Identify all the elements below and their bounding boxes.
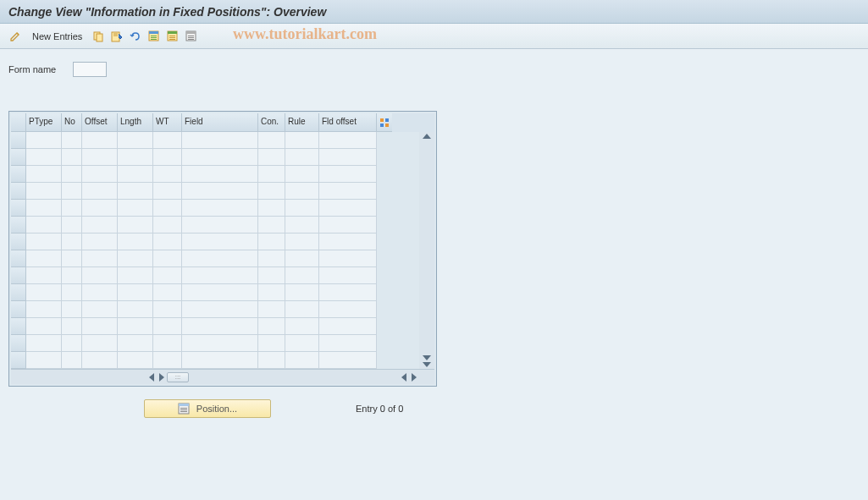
table-cell[interactable] — [319, 217, 377, 234]
table-cell[interactable] — [153, 166, 182, 183]
table-cell[interactable] — [258, 166, 285, 183]
table-cell[interactable] — [118, 267, 153, 284]
table-cell[interactable] — [118, 352, 153, 369]
new-entries-button[interactable]: New Entries — [32, 31, 82, 41]
table-cell[interactable] — [62, 200, 82, 217]
row-selector-header[interactable] — [11, 113, 26, 132]
deselect-all-icon[interactable] — [184, 29, 199, 44]
column-header-ptype[interactable]: PType — [26, 113, 62, 132]
table-cell[interactable] — [82, 166, 118, 183]
table-cell[interactable] — [319, 250, 377, 267]
table-cell[interactable] — [285, 200, 319, 217]
row-selector[interactable] — [11, 217, 26, 234]
column-header-wt[interactable]: WT — [153, 113, 182, 132]
table-cell[interactable] — [118, 284, 153, 301]
table-cell[interactable] — [182, 250, 258, 267]
row-selector[interactable] — [11, 200, 26, 217]
table-cell[interactable] — [118, 217, 153, 234]
scroll-down-icon[interactable] — [423, 355, 431, 360]
table-cell[interactable] — [285, 318, 319, 335]
table-row[interactable] — [11, 234, 419, 250]
undo-icon[interactable] — [128, 29, 143, 44]
scroll-left-icon[interactable] — [149, 373, 154, 382]
table-cell[interactable] — [153, 132, 182, 149]
table-cell[interactable] — [153, 183, 182, 200]
table-cell[interactable] — [153, 352, 182, 369]
column-header-field[interactable]: Field — [182, 113, 258, 132]
row-selector[interactable] — [11, 149, 26, 166]
table-cell[interactable] — [82, 352, 118, 369]
table-cell[interactable] — [118, 149, 153, 166]
row-selector[interactable] — [11, 267, 26, 284]
table-row[interactable] — [11, 149, 419, 166]
table-cell[interactable] — [62, 267, 82, 284]
table-cell[interactable] — [319, 234, 377, 250]
table-cell[interactable] — [26, 217, 62, 234]
table-cell[interactable] — [153, 250, 182, 267]
table-cell[interactable] — [258, 234, 285, 250]
table-cell[interactable] — [118, 200, 153, 217]
table-cell[interactable] — [319, 335, 377, 352]
row-selector[interactable] — [11, 250, 26, 267]
table-cell[interactable] — [118, 301, 153, 318]
table-cell[interactable] — [118, 132, 153, 149]
table-cell[interactable] — [62, 132, 82, 149]
table-cell[interactable] — [258, 217, 285, 234]
table-cell[interactable] — [182, 267, 258, 284]
table-cell[interactable] — [82, 250, 118, 267]
column-header-offset[interactable]: Offset — [82, 113, 118, 132]
table-row[interactable] — [11, 318, 419, 335]
table-cell[interactable] — [26, 166, 62, 183]
table-cell[interactable] — [153, 267, 182, 284]
table-cell[interactable] — [82, 301, 118, 318]
table-cell[interactable] — [285, 335, 319, 352]
table-cell[interactable] — [82, 335, 118, 352]
scroll-left-end-icon[interactable] — [401, 373, 406, 382]
table-cell[interactable] — [118, 234, 153, 250]
table-cell[interactable] — [118, 318, 153, 335]
table-cell[interactable] — [182, 217, 258, 234]
table-cell[interactable] — [182, 149, 258, 166]
table-cell[interactable] — [62, 318, 82, 335]
table-cell[interactable] — [26, 267, 62, 284]
table-cell[interactable] — [319, 318, 377, 335]
scroll-down-end-icon[interactable] — [423, 362, 431, 367]
table-cell[interactable] — [26, 301, 62, 318]
column-header-fldoffset[interactable]: Fld offset — [319, 113, 377, 132]
pencil-display-icon[interactable] — [8, 29, 24, 44]
row-selector[interactable] — [11, 352, 26, 369]
table-cell[interactable] — [82, 217, 118, 234]
table-cell[interactable] — [62, 301, 82, 318]
table-cell[interactable] — [82, 284, 118, 301]
column-header-lngth[interactable]: Lngth — [118, 113, 153, 132]
table-row[interactable] — [11, 335, 419, 352]
table-cell[interactable] — [82, 318, 118, 335]
table-cell[interactable] — [258, 250, 285, 267]
table-cell[interactable] — [258, 267, 285, 284]
table-cell[interactable] — [62, 250, 82, 267]
table-cell[interactable] — [26, 200, 62, 217]
table-cell[interactable] — [182, 132, 258, 149]
table-cell[interactable] — [319, 132, 377, 149]
table-cell[interactable] — [285, 234, 319, 250]
table-cell[interactable] — [319, 200, 377, 217]
table-cell[interactable] — [319, 301, 377, 318]
table-cell[interactable] — [285, 217, 319, 234]
table-cell[interactable] — [118, 335, 153, 352]
row-selector[interactable] — [11, 132, 26, 149]
table-cell[interactable] — [285, 284, 319, 301]
table-cell[interactable] — [258, 284, 285, 301]
table-cell[interactable] — [182, 234, 258, 250]
table-cell[interactable] — [82, 132, 118, 149]
table-row[interactable] — [11, 284, 419, 301]
table-cell[interactable] — [62, 352, 82, 369]
delete-icon[interactable] — [109, 29, 124, 44]
table-cell[interactable] — [285, 183, 319, 200]
table-cell[interactable] — [62, 217, 82, 234]
table-cell[interactable] — [285, 267, 319, 284]
form-name-input[interactable] — [73, 62, 107, 77]
table-cell[interactable] — [62, 234, 82, 250]
row-selector[interactable] — [11, 284, 26, 301]
table-cell[interactable] — [258, 149, 285, 166]
row-selector[interactable] — [11, 234, 26, 250]
